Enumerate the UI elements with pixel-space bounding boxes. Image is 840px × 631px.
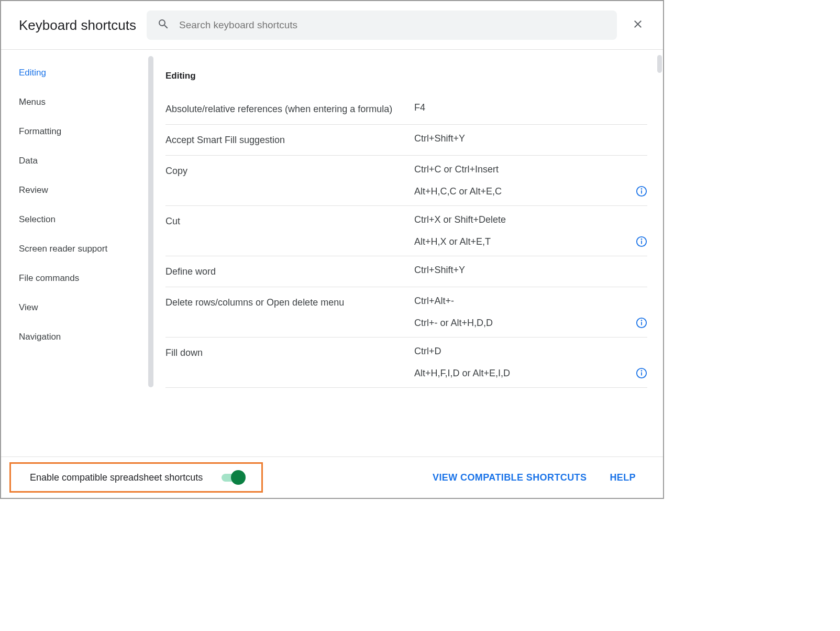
- info-icon[interactable]: [636, 236, 647, 247]
- view-compatible-shortcuts-link[interactable]: VIEW COMPATIBLE SHORTCUTS: [426, 468, 593, 487]
- shortcut-description: Cut: [165, 214, 404, 228]
- shortcut-description: Delete rows/columns or Open delete menu: [165, 296, 404, 309]
- sidebar: EditingMenusFormattingDataReviewSelectio…: [1, 50, 156, 456]
- close-button[interactable]: [627, 15, 648, 36]
- shortcut-key-line: Alt+H,C,C or Alt+E,C: [414, 186, 647, 197]
- shortcut-row: CopyCtrl+C or Ctrl+InsertAlt+H,C,C or Al…: [165, 156, 647, 206]
- compatible-shortcuts-label: Enable compatible spreadsheet shortcuts: [30, 472, 203, 483]
- shortcut-key-line: Ctrl+X or Shift+Delete: [414, 214, 647, 225]
- shortcut-key-line: Ctrl+D: [414, 346, 647, 357]
- section-title: Editing: [165, 62, 647, 94]
- shortcut-row: Define wordCtrl+Shift+Y: [165, 256, 647, 287]
- shortcut-description: Absolute/relative references (when enter…: [165, 102, 404, 116]
- search-input[interactable]: [179, 19, 606, 31]
- svg-point-5: [642, 239, 642, 240]
- dialog-footer: Enable compatible spreadsheet shortcuts …: [1, 456, 663, 498]
- shortcut-keys: Ctrl+Shift+Y: [414, 133, 647, 144]
- dialog-body: EditingMenusFormattingDataReviewSelectio…: [1, 50, 663, 456]
- sidebar-item-file-commands[interactable]: File commands: [1, 264, 156, 293]
- shortcut-keys: Ctrl+C or Ctrl+InsertAlt+H,C,C or Alt+E,…: [414, 164, 647, 197]
- shortcut-row: CutCtrl+X or Shift+DeleteAlt+H,X or Alt+…: [165, 206, 647, 256]
- shortcut-key-text: Ctrl+Shift+Y: [414, 265, 465, 276]
- toggle-thumb: [231, 470, 246, 485]
- info-icon[interactable]: [636, 186, 647, 197]
- sidebar-item-formatting[interactable]: Formatting: [1, 117, 156, 146]
- scrollbar-thumb[interactable]: [148, 56, 153, 387]
- shortcut-keys: Ctrl+DAlt+H,F,I,D or Alt+E,I,D: [414, 346, 647, 379]
- search-box[interactable]: [147, 10, 617, 40]
- shortcut-key-text: Alt+H,F,I,D or Alt+E,I,D: [414, 368, 510, 379]
- shortcut-key-line: Ctrl+Shift+Y: [414, 133, 647, 144]
- shortcut-row: Delete rows/columns or Open delete menuC…: [165, 287, 647, 338]
- sidebar-item-review[interactable]: Review: [1, 176, 156, 205]
- svg-point-11: [642, 371, 642, 371]
- shortcut-key-text: Ctrl+D: [414, 346, 441, 357]
- shortcut-row: Accept Smart Fill suggestionCtrl+Shift+Y: [165, 125, 647, 156]
- shortcut-keys: Ctrl+X or Shift+DeleteAlt+H,X or Alt+E,T: [414, 214, 647, 247]
- help-link[interactable]: HELP: [603, 468, 642, 487]
- shortcut-key-text: F4: [414, 102, 425, 113]
- shortcut-key-line: Alt+H,F,I,D or Alt+E,I,D: [414, 367, 647, 379]
- shortcut-key-line: Ctrl+- or Alt+H,D,D: [414, 317, 647, 329]
- shortcut-description: Fill down: [165, 346, 404, 360]
- shortcut-key-text: Ctrl+X or Shift+Delete: [414, 214, 506, 225]
- sidebar-item-selection[interactable]: Selection: [1, 205, 156, 234]
- svg-point-8: [642, 320, 642, 321]
- svg-point-2: [642, 189, 642, 189]
- info-icon[interactable]: [636, 367, 647, 379]
- shortcut-key-text: Ctrl+- or Alt+H,D,D: [414, 318, 493, 329]
- shortcut-description: Define word: [165, 265, 404, 278]
- shortcut-key-line: Ctrl+Alt+-: [414, 296, 647, 307]
- shortcut-key-text: Ctrl+Alt+-: [414, 296, 454, 307]
- sidebar-item-editing[interactable]: Editing: [1, 58, 156, 88]
- search-icon: [157, 18, 170, 32]
- close-icon: [632, 18, 644, 32]
- compatible-shortcuts-toggle[interactable]: [222, 470, 246, 485]
- scrollbar-thumb[interactable]: [657, 55, 662, 73]
- shortcut-description: Accept Smart Fill suggestion: [165, 133, 404, 147]
- sidebar-item-navigation[interactable]: Navigation: [1, 322, 156, 352]
- shortcut-key-line: Ctrl+C or Ctrl+Insert: [414, 164, 647, 175]
- dialog-header: Keyboard shortcuts: [1, 1, 663, 50]
- shortcut-keys: F4: [414, 102, 647, 113]
- shortcut-key-line: Alt+H,X or Alt+E,T: [414, 236, 647, 247]
- sidebar-item-screen-reader-support[interactable]: Screen reader support: [1, 234, 156, 264]
- shortcut-row: Fill downCtrl+DAlt+H,F,I,D or Alt+E,I,D: [165, 338, 647, 388]
- shortcut-key-text: Ctrl+Shift+Y: [414, 133, 465, 144]
- shortcut-key-line: F4: [414, 102, 647, 113]
- info-icon[interactable]: [636, 317, 647, 329]
- shortcut-row: Absolute/relative references (when enter…: [165, 94, 647, 125]
- shortcut-description: Copy: [165, 164, 404, 178]
- sidebar-item-data[interactable]: Data: [1, 146, 156, 176]
- content-pane: Editing Absolute/relative references (wh…: [156, 50, 663, 456]
- shortcut-key-text: Ctrl+C or Ctrl+Insert: [414, 164, 499, 175]
- shortcut-keys: Ctrl+Alt+-Ctrl+- or Alt+H,D,D: [414, 296, 647, 329]
- shortcut-keys: Ctrl+Shift+Y: [414, 265, 647, 276]
- sidebar-item-view[interactable]: View: [1, 293, 156, 322]
- dialog-title: Keyboard shortcuts: [19, 17, 136, 34]
- shortcut-key-text: Alt+H,C,C or Alt+E,C: [414, 186, 502, 197]
- sidebar-item-menus[interactable]: Menus: [1, 88, 156, 117]
- compatible-shortcuts-highlight: Enable compatible spreadsheet shortcuts: [9, 462, 263, 493]
- shortcut-key-text: Alt+H,X or Alt+E,T: [414, 236, 491, 247]
- shortcut-key-line: Ctrl+Shift+Y: [414, 265, 647, 276]
